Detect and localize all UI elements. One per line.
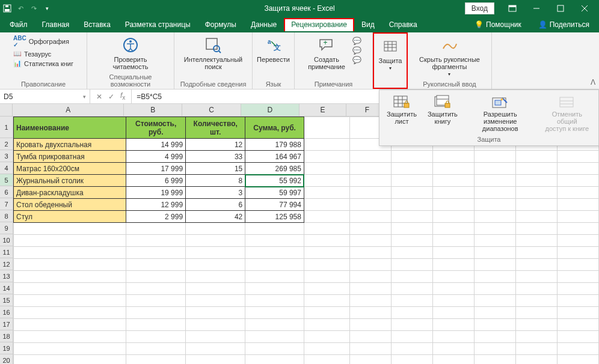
cell[interactable] [350,295,392,307]
cell[interactable] [350,259,392,271]
cell[interactable] [350,223,392,235]
fx-icon[interactable]: fx [120,91,125,101]
cell[interactable] [475,151,516,163]
tab-справка[interactable]: Справка [382,18,425,31]
cell[interactable] [433,331,475,343]
cell[interactable] [304,307,350,319]
cell[interactable] [304,117,350,139]
tab-главная[interactable]: Главная [35,18,77,31]
cell[interactable]: 17 999 [126,163,186,175]
cell[interactable]: 42 [186,211,245,223]
cell[interactable] [14,343,126,355]
cell[interactable] [186,247,245,259]
row-header[interactable]: 8 [0,210,13,222]
cell[interactable] [304,319,350,331]
cell[interactable] [245,355,304,365]
cell[interactable]: Стоимость, руб. [126,117,186,139]
translate-button[interactable]: a文 Перевести [254,34,292,64]
cell[interactable] [245,283,304,295]
cell[interactable] [186,319,245,331]
cell[interactable] [14,259,126,271]
col-header[interactable]: C [182,104,241,116]
cell[interactable]: 164 967 [245,151,304,163]
cell[interactable] [557,187,598,199]
row-header[interactable]: 5 [0,174,13,186]
cell[interactable] [245,307,304,319]
cell[interactable] [14,331,126,343]
cell[interactable]: 59 997 [245,187,304,199]
cell[interactable] [475,163,516,175]
cell[interactable] [126,295,186,307]
cell[interactable] [14,271,126,283]
cell[interactable] [392,187,433,199]
row-header[interactable]: 20 [0,354,13,364]
cell[interactable] [475,187,516,199]
row-header[interactable]: 13 [0,270,13,282]
cell[interactable] [475,355,516,365]
cell[interactable] [304,199,350,211]
cell[interactable] [350,319,392,331]
cell[interactable] [557,211,598,223]
chevron-down-icon[interactable]: ▾ [83,94,86,100]
hide-ink-button[interactable]: Скрыть рукописные фрагменты▾ [417,34,482,78]
cell[interactable] [516,163,558,175]
minimize-icon[interactable] [524,0,548,17]
cell[interactable] [516,271,558,283]
cell[interactable] [350,283,392,295]
cell[interactable] [475,199,516,211]
cell[interactable] [392,271,433,283]
row-header[interactable]: 1 [0,117,13,138]
cell[interactable] [516,355,558,365]
cell[interactable] [186,355,245,365]
cell[interactable] [433,259,475,271]
share-button[interactable]: 👤 Поделиться [531,18,597,31]
cell[interactable] [557,283,598,295]
undo-icon[interactable]: ↶ [16,4,25,13]
cell[interactable] [186,235,245,247]
show-comments-icon[interactable]: 💬 [352,56,361,64]
cell[interactable] [126,283,186,295]
signin-button[interactable]: Вход [465,2,494,14]
cell[interactable] [14,223,126,235]
cell[interactable]: Тумба прикроватная [14,151,126,163]
cancel-formula-icon[interactable]: ✕ [96,93,102,101]
cell[interactable] [350,199,392,211]
cell[interactable] [557,151,598,163]
cell[interactable]: 3 [186,187,245,199]
cell[interactable] [433,247,475,259]
cell[interactable] [304,295,350,307]
cell[interactable] [186,343,245,355]
cell[interactable] [304,271,350,283]
cell[interactable] [350,187,392,199]
qat-more-icon[interactable]: ▾ [42,4,52,13]
cell[interactable]: 125 958 [245,211,304,223]
cell[interactable] [433,283,475,295]
cell[interactable] [350,235,392,247]
cell[interactable]: Кровать двухспальная [14,139,126,151]
row-header[interactable]: 6 [0,186,13,198]
cell[interactable] [304,343,350,355]
cell[interactable] [392,199,433,211]
tab-разметка страницы[interactable]: Разметка страницы [118,18,198,31]
collapse-ribbon-icon[interactable]: ᐱ [591,78,595,86]
tab-формулы[interactable]: Формулы [198,18,244,31]
col-header[interactable]: E [300,104,346,116]
cell[interactable] [245,271,304,283]
cell[interactable] [350,307,392,319]
cell[interactable] [186,307,245,319]
col-header[interactable]: A [13,104,124,116]
row-header[interactable]: 4 [0,162,13,174]
cell[interactable] [392,331,433,343]
cell[interactable] [475,343,516,355]
cell[interactable] [186,283,245,295]
cell[interactable] [14,355,126,365]
cell[interactable] [350,355,392,365]
cell[interactable] [433,319,475,331]
cell[interactable] [304,163,350,175]
cell[interactable] [516,307,558,319]
cell[interactable] [557,343,598,355]
cell[interactable] [475,235,516,247]
cell[interactable] [433,355,475,365]
cell[interactable] [557,259,598,271]
cell[interactable] [557,307,598,319]
